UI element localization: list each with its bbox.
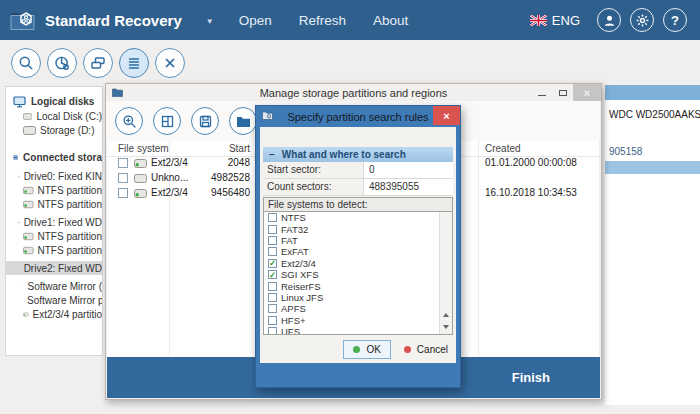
fs-option-fat32[interactable]: FAT32 [264,223,452,234]
sidebar-item-local-disk-c[interactable]: Local Disk (C:) [6,109,102,123]
partition-icon [23,310,29,319]
save-layout-button[interactable] [191,107,219,135]
sidebar-item-ntfs-partition[interactable]: NTFS partition [6,229,102,243]
fs-option-fat[interactable]: FAT [264,235,452,246]
manage-dialog-title: Manage storage partitions and regions [260,87,448,99]
partition-icon [134,159,147,170]
cell-created: 01.01.2000 00:00:08 [485,157,577,168]
search-partitions-button[interactable] [115,107,143,135]
check-icon: ✓ [269,271,276,279]
column-header-created[interactable]: Created [485,143,521,154]
fs-option-reiserfs[interactable]: ReiserFS [264,280,452,291]
checkbox[interactable]: ✓ [268,259,277,268]
partition-icon [23,232,34,241]
search-plus-icon [122,114,137,129]
fs-detect-list: NTFS FAT32 FAT ExFAT ✓Ext2/3/4 ✓SGI XFS … [263,212,453,335]
scan-button[interactable] [11,48,41,78]
folder-icon [236,115,251,128]
column-header-file-system[interactable]: File system [118,143,169,154]
volume-icon [23,126,36,135]
fs-option-hfs[interactable]: HFS+ [264,315,452,326]
language-selector[interactable]: ENG [530,13,580,28]
finish-button[interactable]: Finish [512,370,550,385]
minimize-button[interactable] [531,84,552,101]
list-scrollbar[interactable] [439,212,452,334]
checkbox[interactable] [268,293,277,302]
pie-chart-icon [54,55,70,71]
checkbox[interactable] [268,225,277,234]
row-checkbox[interactable] [118,188,128,198]
scroll-down-icon[interactable] [443,325,449,329]
sidebar-item-ntfs-partition[interactable]: NTFS partition [6,197,102,211]
start-sector-field[interactable]: 0 [363,162,453,178]
count-sectors-field[interactable]: 488395055 [363,179,453,195]
define-partition-button[interactable] [153,107,181,135]
ok-button[interactable]: OK [343,340,390,359]
chevron-down-icon[interactable]: ▼ [206,17,214,26]
cancel-button[interactable]: Cancel [404,344,448,355]
row-checkbox[interactable] [118,158,128,168]
storage-stack-icon [13,152,18,163]
fs-option-apfs[interactable]: APFS [264,303,452,314]
section-what-where[interactable]: − What and where to search [263,147,453,162]
sidebar-item-drive2-selected[interactable]: Drive2: Fixed WD [6,261,102,275]
save-floppy-icon [198,114,213,129]
gear-icon [636,14,649,27]
sidebar-item-ntfs-partition[interactable]: NTFS partition [6,243,102,257]
fs-option-exfat[interactable]: ExFAT [264,246,452,257]
checkbox[interactable] [268,327,277,335]
menu-open[interactable]: Open [239,13,272,28]
settings-button[interactable] [630,8,654,32]
mirror-volume-icon [23,282,24,291]
help-button[interactable]: ? [663,8,687,32]
checkbox[interactable] [268,304,277,313]
physical-drive-icon [18,263,20,274]
background-serial: 905158 [609,146,700,157]
close-button[interactable]: × [433,106,460,125]
cell-start: 9456480 [177,187,250,198]
search-dialog-titlebar[interactable]: Specify partition search rules × [260,106,456,127]
scroll-up-icon[interactable] [443,313,449,317]
checkbox[interactable] [268,213,277,222]
partition-list-button[interactable] [119,48,149,78]
collapse-icon[interactable]: − [269,149,275,160]
open-layout-button[interactable] [229,107,257,135]
row-checkbox[interactable] [118,173,128,183]
sidebar-item-software-mirror[interactable]: Software Mirror ( [6,279,102,293]
sidebar-item-storage-d[interactable]: Storage (D:) [6,123,102,137]
account-button[interactable] [597,8,621,32]
attach-storage-button[interactable] [83,48,113,78]
fs-option-linux-jfs[interactable]: Linux JFS [264,292,452,303]
uk-flag-icon [530,15,547,26]
column-header-start[interactable]: Start [177,143,250,154]
checkbox[interactable] [268,247,277,256]
count-sectors-label: Count sectors: [263,179,363,195]
logical-disks-header: Logical disks [6,94,102,109]
fs-option-ext234[interactable]: ✓Ext2/3/4 [264,258,452,269]
search-dialog-body: − What and where to search Start sector:… [260,127,456,363]
sidebar-item-ext-partition[interactable]: Ext2/3/4 partitio [6,307,102,321]
checkbox[interactable] [268,282,277,291]
person-icon [603,14,616,27]
checkbox[interactable] [268,236,277,245]
menu-about[interactable]: About [373,13,408,28]
disks-icon [90,55,106,71]
sidebar-item-ntfs-partition[interactable]: NTFS partition [6,183,102,197]
close-button[interactable]: × [573,84,601,101]
sidebar-item-drive1[interactable]: Drive1: Fixed WD [6,215,102,229]
app-window: Standard Recovery ▼ Open Refresh About E… [0,0,700,414]
manage-dialog-titlebar[interactable]: Manage storage partitions and regions × [106,84,601,101]
partition-icon [23,200,34,209]
disk-usage-button[interactable] [47,48,77,78]
close-session-button[interactable] [155,48,185,78]
menu-refresh[interactable]: Refresh [299,13,346,28]
maximize-button[interactable] [552,84,573,101]
sidebar-item-drive0[interactable]: Drive0: Fixed KIN [6,169,102,183]
checkbox[interactable]: ✓ [268,270,277,279]
fs-option-ufs[interactable]: UFS [264,326,452,335]
fs-option-ntfs[interactable]: NTFS [264,212,452,223]
checkbox[interactable] [268,316,277,325]
app-toolbar [11,48,185,78]
fs-option-sgi-xfs[interactable]: ✓SGI XFS [264,269,452,280]
sidebar-item-software-mirror[interactable]: Software Mirror p [6,293,102,307]
